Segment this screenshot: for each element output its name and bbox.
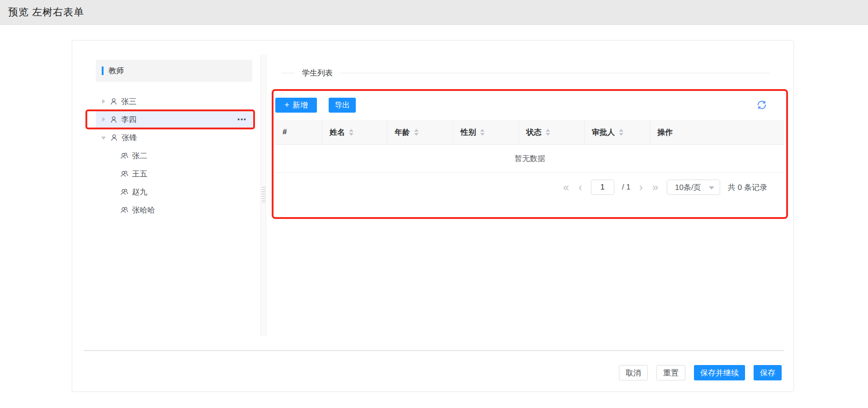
export-button-label: 导出: [335, 100, 350, 110]
tree-panel-header: 教师: [96, 60, 252, 82]
column-header-name[interactable]: 姓名: [322, 120, 387, 144]
sort-icon[interactable]: [480, 129, 485, 136]
tree-node-zhanger[interactable]: 张二: [96, 147, 252, 165]
column-header-actions: 操作: [650, 120, 784, 144]
next-page-button[interactable]: ›: [638, 182, 644, 193]
sort-icon[interactable]: [414, 129, 419, 136]
accent-bar: [102, 66, 104, 75]
last-page-button[interactable]: »: [651, 182, 659, 193]
first-page-button[interactable]: «: [562, 182, 570, 193]
tree-node-label: 李四: [121, 114, 137, 125]
chevron-down-icon: [709, 186, 714, 190]
divider-line: [340, 73, 770, 73]
annotation-table-box: + 新增 导出 #: [272, 89, 788, 219]
sort-icon[interactable]: [619, 129, 623, 136]
tree-node-lisi[interactable]: 李四 •••: [96, 110, 252, 128]
form-card: 教师 张三 李四 •••: [72, 40, 794, 392]
divider-line: [281, 73, 295, 73]
users-icon: [120, 206, 128, 214]
cancel-button[interactable]: 取消: [619, 365, 648, 380]
tree-node-zhanghaha[interactable]: 张哈哈: [96, 201, 252, 219]
panel-resize-handle[interactable]: [260, 54, 266, 337]
page-title: 预览 左树右表单: [8, 5, 84, 19]
column-header-index: #: [275, 120, 322, 144]
users-icon: [120, 170, 128, 178]
user-icon: [110, 134, 118, 142]
users-icon: [120, 188, 128, 196]
plus-icon: +: [284, 100, 289, 109]
column-header-age[interactable]: 年龄: [387, 120, 453, 144]
tree-node-zhangfeng[interactable]: 张锋: [96, 128, 252, 147]
sort-icon[interactable]: [349, 129, 354, 136]
column-header-gender[interactable]: 性别: [453, 120, 519, 144]
page-size-value: 10条/页: [675, 182, 701, 193]
reset-button[interactable]: 重置: [656, 365, 685, 380]
page-number-input[interactable]: [591, 180, 614, 195]
user-icon: [110, 116, 118, 123]
tree-node-zhangsan[interactable]: 张三: [96, 92, 252, 110]
refresh-icon: [757, 100, 766, 109]
tree-node-wangwu[interactable]: 王五: [96, 165, 252, 183]
section-title: 学生列表: [302, 68, 333, 78]
tree-node-label: 张哈哈: [132, 205, 155, 215]
user-icon: [110, 98, 118, 105]
prev-page-button[interactable]: ‹: [578, 182, 583, 193]
table-header-row: # 姓名 年龄 性别 状态 审批: [275, 120, 784, 145]
save-continue-button[interactable]: 保存并继续: [694, 365, 745, 380]
section-divider: 学生列表: [281, 68, 770, 78]
tree-node-label: 赵九: [132, 187, 147, 197]
grip-dots-icon: [262, 187, 265, 203]
screen: 预览 左树右表单 教师 张三: [0, 0, 868, 408]
tree-panel-title: 教师: [108, 66, 124, 76]
total-pages-label: / 1: [622, 183, 631, 192]
sort-icon[interactable]: [546, 129, 550, 136]
add-button-label: 新增: [292, 100, 308, 110]
caret-down-icon[interactable]: [101, 137, 106, 140]
tree-node-label: 张三: [121, 96, 137, 107]
caret-right-icon[interactable]: [102, 117, 105, 122]
more-icon[interactable]: •••: [237, 116, 247, 123]
teacher-tree: 张三 李四 ••• 张锋: [96, 92, 252, 219]
table-empty-state: 暂无数据: [275, 145, 784, 173]
users-icon: [120, 152, 128, 160]
caret-right-icon[interactable]: [102, 99, 105, 104]
footer-actions: 取消 重置 保存并继续 保存: [619, 365, 782, 380]
column-header-status[interactable]: 状态: [519, 120, 585, 144]
empty-text: 暂无数据: [514, 153, 545, 164]
export-button[interactable]: 导出: [329, 98, 356, 113]
pagination: « ‹ / 1 › » 10条/页 共 0 条记录: [275, 178, 784, 196]
footer-divider: [84, 350, 784, 351]
column-header-approver[interactable]: 审批人: [585, 120, 650, 144]
page-header: 预览 左树右表单: [0, 0, 868, 25]
page-size-select[interactable]: 10条/页: [667, 180, 720, 195]
tree-node-label: 张二: [132, 151, 147, 161]
table-toolbar: + 新增 导出: [275, 98, 784, 113]
total-records-label: 共 0 条记录: [728, 182, 767, 193]
tree-node-zhaojiu[interactable]: 赵九: [96, 183, 252, 201]
save-button[interactable]: 保存: [754, 365, 782, 380]
tree-node-label: 王五: [132, 169, 147, 179]
tree-node-label: 张锋: [122, 133, 137, 143]
add-button[interactable]: + 新增: [275, 98, 317, 113]
refresh-button[interactable]: [757, 100, 766, 109]
